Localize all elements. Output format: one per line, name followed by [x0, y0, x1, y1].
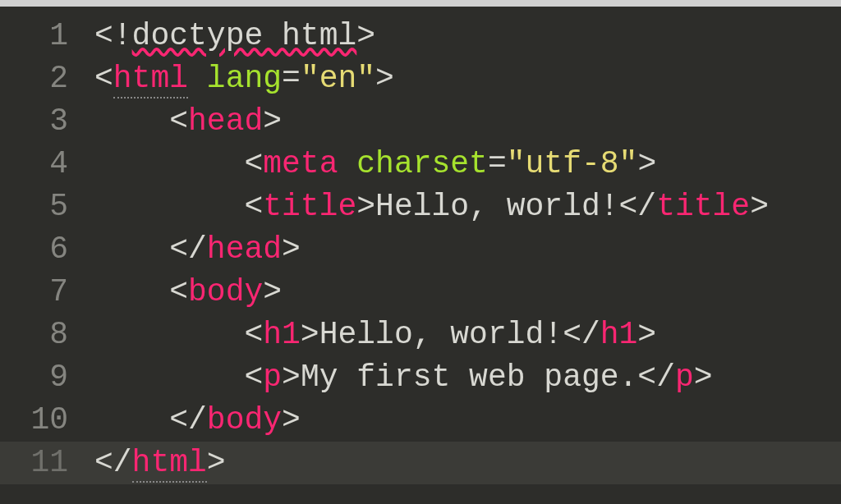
code-line[interactable]: </head>: [94, 228, 841, 271]
code-token-bracket: </: [563, 317, 600, 352]
code-token-bracket: >: [282, 231, 301, 267]
code-token-bracket: </: [637, 360, 675, 395]
code-token-bracket: </: [169, 231, 207, 267]
code-token-tag-name: body: [207, 402, 282, 438]
code-token-bracket: >: [750, 189, 769, 224]
code-content-area[interactable]: <!doctype html><html lang="en"> <head> <…: [78, 7, 841, 504]
code-token-attr-value: "utf-8": [507, 146, 638, 181]
code-token-text-content: [338, 146, 356, 181]
code-token-tag-name: body: [188, 274, 263, 309]
code-token-bracket: >: [637, 317, 656, 352]
code-line[interactable]: <p>My first web page.</p>: [94, 356, 841, 399]
code-token-bracket: >: [694, 360, 713, 395]
code-token-doctype: doctype html: [132, 18, 357, 53]
code-token-bracket: <: [244, 189, 263, 224]
code-line[interactable]: <html lang="en">: [94, 57, 841, 100]
code-token-attr-name: lang: [207, 61, 282, 96]
code-token-bracket: <: [244, 146, 263, 181]
line-number: 5: [0, 186, 68, 228]
code-token-bracket: =: [282, 61, 301, 96]
line-number-gutter: 1234567891011: [0, 7, 78, 504]
code-token-bracket: >: [637, 146, 656, 181]
line-number: 10: [0, 399, 68, 442]
code-token-text-content: Hello, world!: [375, 189, 618, 224]
code-token-attr-name: charset: [356, 146, 488, 181]
code-line[interactable]: <!doctype html>: [94, 15, 841, 57]
code-token-bracket: >: [375, 61, 394, 96]
code-line[interactable]: </html>: [94, 442, 841, 484]
code-token-bracket: >: [356, 18, 375, 53]
code-editor[interactable]: 1234567891011 <!doctype html><html lang=…: [0, 7, 841, 504]
code-token-bracket: </: [169, 402, 207, 438]
code-token-tag-name: title: [263, 189, 356, 224]
code-line[interactable]: <h1>Hello, world!</h1>: [94, 314, 841, 356]
code-token-text-content: My first web page.: [301, 360, 637, 395]
code-token-bracket: </: [94, 445, 132, 480]
code-token-bracket: >: [356, 189, 375, 224]
code-token-bracket: <: [94, 61, 113, 96]
code-token-bracket: =: [488, 146, 507, 181]
code-token-tag-name: title: [656, 189, 750, 224]
code-token-tag-name: meta: [263, 146, 338, 181]
line-number: 3: [0, 100, 68, 143]
code-token-text-content: Hello, world!: [319, 317, 563, 352]
code-token-tag-name: head: [207, 231, 282, 267]
code-token-bracket: <: [169, 103, 188, 139]
code-token-bracket: <: [244, 317, 263, 352]
code-token-text-content: [188, 61, 207, 96]
code-token-bracket: <: [169, 274, 188, 309]
code-token-bracket: >: [263, 103, 282, 139]
code-token-bracket: >: [282, 360, 301, 395]
code-line[interactable]: <head>: [94, 100, 841, 143]
code-token-bracket: >: [263, 274, 282, 309]
code-line[interactable]: </body>: [94, 399, 841, 442]
line-number: 8: [0, 314, 68, 356]
line-number: 6: [0, 228, 68, 271]
code-token-tag-name: h1: [263, 317, 301, 352]
code-token-attr-value: "en": [301, 61, 375, 96]
code-token-tag-name: head: [188, 103, 263, 139]
code-token-bracket: </: [619, 189, 657, 224]
line-number: 7: [0, 271, 68, 314]
code-token-tag-name: p: [675, 360, 694, 395]
line-number: 1: [0, 15, 68, 57]
code-token-bracket: >: [282, 402, 301, 438]
code-token-tag-name: html: [132, 445, 207, 483]
code-token-tag-name: h1: [600, 317, 638, 352]
code-line[interactable]: <body>: [94, 271, 841, 314]
code-token-tag-name: html: [113, 61, 188, 99]
code-token-bracket: <: [244, 360, 263, 395]
code-line[interactable]: <meta charset="utf-8">: [94, 143, 841, 186]
code-token-bracket: >: [301, 317, 319, 352]
line-number: 9: [0, 356, 68, 399]
code-line[interactable]: <title>Hello, world!</title>: [94, 186, 841, 228]
line-number: 4: [0, 143, 68, 186]
code-token-bracket: >: [207, 445, 226, 480]
code-token-tag-name: p: [263, 360, 282, 395]
code-token-bracket: <!: [94, 18, 132, 53]
line-number: 2: [0, 57, 68, 100]
